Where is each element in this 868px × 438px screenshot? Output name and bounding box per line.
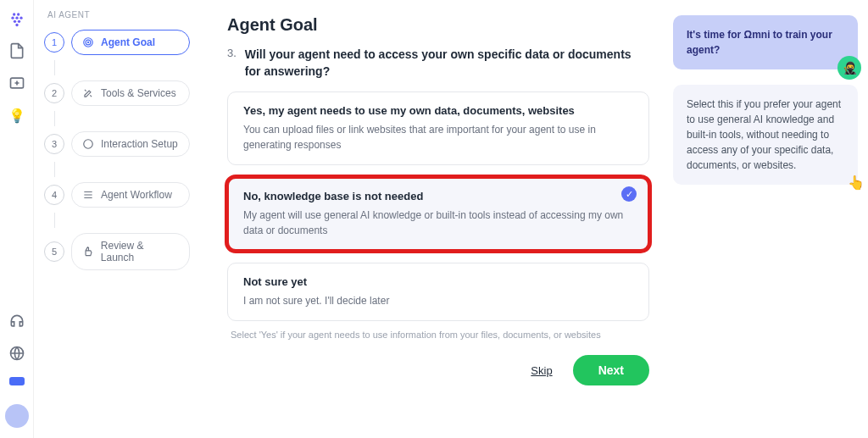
- option-no-knowledge-base[interactable]: ✓ No, knowledge base is not needed My ag…: [227, 177, 649, 251]
- svg-point-6: [17, 20, 19, 23]
- tip-train-agent: It's time for Ωmni to train your agent? …: [673, 15, 858, 69]
- tip-explanation: Select this if you prefer your agent to …: [673, 85, 858, 185]
- headset-icon[interactable]: [8, 313, 25, 330]
- user-avatar[interactable]: [5, 404, 29, 428]
- folder-plus-icon[interactable]: [8, 75, 25, 91]
- check-icon: ✓: [621, 186, 637, 202]
- tools-icon: [82, 87, 94, 99]
- svg-point-1: [17, 13, 19, 15]
- step-interaction-setup[interactable]: 3 Interaction Setup: [44, 131, 190, 157]
- svg-point-2: [11, 17, 14, 19]
- pointer-icon: 👆: [848, 173, 865, 193]
- step-agent-goal[interactable]: 1 Agent Goal: [44, 30, 190, 55]
- option-title: No, knowledge base is not needed: [243, 190, 633, 202]
- main-content: Agent Goal 3. Will your agent need to ac…: [203, 0, 673, 438]
- skip-link[interactable]: Skip: [531, 364, 552, 377]
- step-tools-services[interactable]: 2 Tools & Services: [44, 80, 190, 106]
- step-agent-workflow[interactable]: 4 Agent Workflow: [44, 182, 190, 208]
- step-label: Agent Workflow: [101, 189, 172, 201]
- option-desc: I am not sure yet. I'll decide later: [243, 293, 633, 308]
- step-label: Tools & Services: [101, 87, 176, 99]
- svg-point-7: [15, 24, 18, 26]
- next-button[interactable]: Next: [573, 355, 649, 385]
- chat-icon: [82, 138, 94, 150]
- option-desc: My agent will use general AI knowledge o…: [243, 208, 633, 238]
- step-label: Interaction Setup: [101, 138, 178, 150]
- option-desc: You can upload files or link websites th…: [243, 122, 633, 152]
- svg-point-5: [13, 20, 15, 23]
- svg-point-3: [15, 17, 18, 19]
- question-text: Will your agent need to access your own …: [245, 47, 649, 80]
- option-yes-own-data[interactable]: Yes, my agent needs to use my own data, …: [227, 91, 649, 165]
- sidebar-title: AI AGENT: [44, 10, 190, 19]
- icon-rail: 💡: [0, 0, 34, 438]
- target-icon: [82, 36, 94, 48]
- helper-text: Select 'Yes' if your agent needs to use …: [227, 321, 649, 355]
- ninja-avatar-icon: 🥷: [837, 56, 861, 80]
- step-review-launch[interactable]: 5 Review & Launch: [44, 233, 190, 270]
- option-title: Not sure yet: [243, 275, 633, 288]
- logo-icon[interactable]: [8, 10, 25, 27]
- svg-point-0: [13, 13, 15, 15]
- document-icon[interactable]: [8, 42, 25, 59]
- thumbs-up-icon: [82, 246, 94, 258]
- svg-point-4: [19, 17, 22, 19]
- question-number: 3.: [227, 47, 236, 80]
- list-icon: [82, 189, 94, 201]
- svg-point-12: [87, 42, 88, 42]
- bulb-icon[interactable]: 💡: [8, 107, 25, 124]
- option-title: Yes, my agent needs to use my own data, …: [243, 104, 633, 117]
- option-not-sure[interactable]: Not sure yet I am not sure yet. I'll dec…: [227, 263, 649, 321]
- step-label: Review & Launch: [101, 240, 179, 263]
- stepper-sidebar: AI AGENT 1 Agent Goal 2 Tools & Services…: [34, 0, 203, 438]
- step-label: Agent Goal: [101, 36, 155, 48]
- globe-icon[interactable]: [8, 345, 25, 362]
- battery-icon: [9, 377, 25, 385]
- tips-panel: It's time for Ωmni to train your agent? …: [673, 0, 868, 438]
- page-title: Agent Goal: [227, 15, 649, 35]
